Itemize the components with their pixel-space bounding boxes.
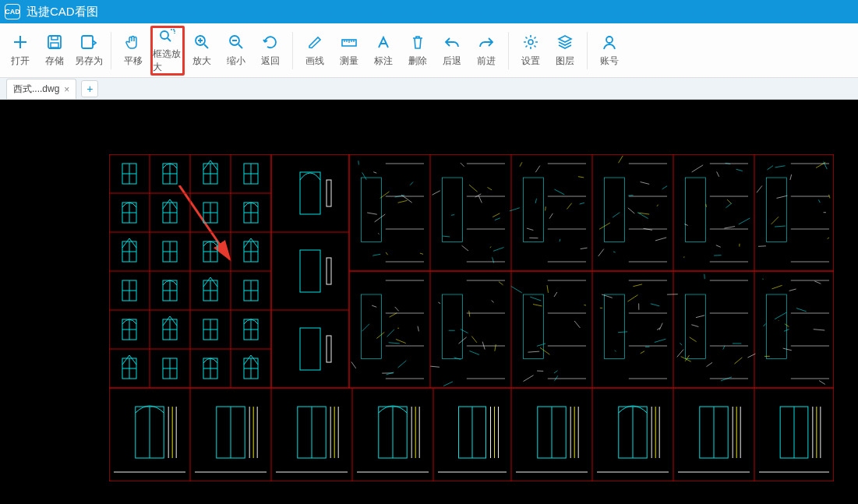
svg-line-257 bbox=[438, 302, 440, 304]
btn-label: 放大 bbox=[192, 55, 211, 68]
pan-button[interactable]: 平移 bbox=[116, 26, 150, 76]
svg-line-136 bbox=[373, 172, 376, 173]
text-icon bbox=[376, 33, 391, 51]
svg-line-318 bbox=[680, 343, 682, 345]
zoom-in-button[interactable]: 放大 bbox=[185, 26, 219, 76]
svg-rect-117 bbox=[300, 172, 320, 214]
svg-line-278 bbox=[540, 347, 549, 354]
svg-line-304 bbox=[602, 294, 613, 298]
btn-label: 打开 bbox=[11, 55, 30, 68]
cad-canvas[interactable] bbox=[0, 100, 858, 504]
svg-line-282 bbox=[554, 292, 557, 297]
svg-line-262 bbox=[471, 337, 477, 343]
svg-line-340 bbox=[764, 323, 766, 326]
app-title: 迅捷CAD看图 bbox=[26, 5, 98, 19]
title-bar: CAD 迅捷CAD看图 bbox=[0, 0, 858, 23]
svg-line-181 bbox=[655, 238, 666, 241]
svg-line-164 bbox=[567, 203, 571, 210]
svg-line-200 bbox=[716, 245, 721, 248]
svg-line-325 bbox=[734, 358, 742, 364]
annotate-button[interactable]: 标注 bbox=[366, 26, 401, 76]
svg-line-154 bbox=[469, 185, 478, 192]
account-button[interactable]: 账号 bbox=[592, 26, 627, 76]
svg-rect-199 bbox=[686, 178, 706, 242]
draw-line-button[interactable]: 画线 bbox=[298, 26, 332, 76]
svg-line-342 bbox=[789, 289, 796, 291]
btn-label: 前进 bbox=[477, 55, 496, 68]
svg-line-267 bbox=[454, 358, 461, 359]
svg-rect-218 bbox=[767, 178, 787, 242]
svg-line-259 bbox=[495, 344, 496, 351]
svg-line-126 bbox=[386, 252, 387, 255]
svg-line-131 bbox=[362, 172, 367, 179]
separator bbox=[508, 32, 509, 69]
separator bbox=[292, 32, 293, 69]
delete-button[interactable]: 删除 bbox=[401, 26, 435, 76]
hand-icon bbox=[125, 33, 142, 51]
close-icon[interactable]: × bbox=[64, 84, 69, 95]
svg-line-174 bbox=[581, 248, 588, 248]
svg-rect-119 bbox=[300, 250, 320, 292]
svg-line-206 bbox=[724, 227, 735, 229]
saveas-button[interactable]: 另存为 bbox=[72, 26, 106, 76]
svg-rect-118 bbox=[327, 180, 331, 206]
svg-line-188 bbox=[613, 252, 616, 252]
svg-line-319 bbox=[690, 337, 697, 342]
svg-line-270 bbox=[443, 382, 453, 386]
svg-line-283 bbox=[530, 297, 541, 301]
svg-line-166 bbox=[560, 239, 560, 241]
svg-rect-120 bbox=[327, 258, 331, 284]
svg-rect-294 bbox=[605, 294, 625, 359]
svg-line-201 bbox=[736, 169, 743, 171]
zoom-out-button[interactable]: 缩小 bbox=[219, 26, 253, 76]
svg-rect-30 bbox=[349, 271, 834, 388]
open-button[interactable]: 打开 bbox=[3, 26, 37, 76]
svg-line-227 bbox=[828, 238, 829, 239]
save-button[interactable]: 存储 bbox=[37, 26, 72, 76]
svg-line-193 bbox=[644, 228, 652, 230]
undo-button[interactable]: 后退 bbox=[435, 26, 469, 76]
svg-line-247 bbox=[372, 305, 376, 307]
svg-line-321 bbox=[723, 346, 725, 350]
svg-line-149 bbox=[433, 191, 440, 195]
pencil-icon bbox=[307, 33, 323, 51]
file-tab[interactable]: 西式....dwg × bbox=[6, 79, 76, 99]
svg-line-125 bbox=[358, 160, 359, 164]
svg-line-240 bbox=[390, 313, 397, 317]
svg-line-223 bbox=[824, 162, 828, 170]
svg-line-135 bbox=[420, 253, 423, 254]
return-icon bbox=[262, 33, 279, 51]
svg-line-184 bbox=[641, 182, 650, 184]
btn-label: 测量 bbox=[340, 55, 358, 68]
settings-button[interactable]: 设置 bbox=[514, 26, 548, 76]
svg-line-245 bbox=[389, 343, 400, 344]
svg-line-242 bbox=[387, 372, 394, 375]
svg-point-9 bbox=[606, 37, 613, 43]
svg-rect-2 bbox=[51, 43, 58, 48]
svg-line-168 bbox=[549, 213, 553, 219]
svg-line-155 bbox=[478, 196, 482, 203]
btn-label: 缩小 bbox=[227, 55, 245, 68]
btn-label: 设置 bbox=[521, 55, 540, 68]
svg-line-320 bbox=[677, 350, 683, 358]
svg-line-299 bbox=[618, 332, 627, 333]
add-tab-button[interactable]: + bbox=[81, 80, 98, 97]
btn-label: 删除 bbox=[408, 55, 427, 68]
svg-line-346 bbox=[775, 312, 786, 319]
svg-line-163 bbox=[554, 189, 564, 195]
trash-icon bbox=[410, 33, 425, 51]
svg-line-323 bbox=[706, 362, 712, 366]
svg-line-296 bbox=[651, 304, 659, 306]
svg-line-268 bbox=[499, 282, 503, 285]
zoom-in-icon bbox=[193, 33, 210, 51]
svg-point-4 bbox=[161, 31, 168, 39]
svg-line-187 bbox=[598, 249, 604, 256]
redo-button[interactable]: 前进 bbox=[469, 26, 503, 76]
back-button[interactable]: 返回 bbox=[253, 26, 288, 76]
svg-line-246 bbox=[396, 339, 406, 343]
layers-button[interactable]: 图层 bbox=[548, 26, 582, 76]
measure-button[interactable]: 测量 bbox=[332, 26, 366, 76]
zoom-box-button[interactable]: 框选放大 bbox=[150, 26, 185, 76]
svg-line-277 bbox=[554, 371, 558, 373]
svg-line-211 bbox=[727, 199, 731, 203]
